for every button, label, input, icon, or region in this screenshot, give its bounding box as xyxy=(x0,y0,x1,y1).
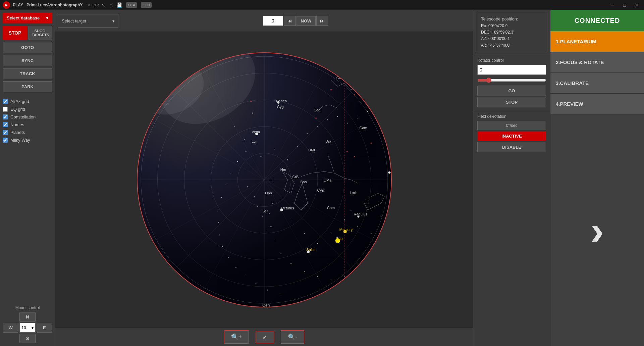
sync-button[interactable]: SYNC xyxy=(3,55,52,66)
svg-point-42 xyxy=(377,116,378,116)
svg-point-76 xyxy=(221,197,222,198)
east-button[interactable]: E xyxy=(37,323,52,333)
time-forward-button[interactable]: ⏭ xyxy=(316,16,328,26)
svg-point-60 xyxy=(364,290,365,290)
west-button[interactable]: W xyxy=(3,323,18,333)
svg-point-101 xyxy=(269,213,269,213)
svg-text:Mercury: Mercury xyxy=(339,228,353,232)
svg-point-44 xyxy=(390,136,391,137)
svg-point-30 xyxy=(244,139,245,140)
connected-badge: CONNECTED xyxy=(550,10,644,31)
now-button[interactable]: NOW xyxy=(297,16,316,26)
rotator-value-input[interactable] xyxy=(477,65,546,75)
zoom-out-button[interactable]: 🔍- xyxy=(281,330,304,344)
svg-point-88 xyxy=(357,226,358,227)
mount-grid: N W 10 ▾ E S xyxy=(3,312,52,343)
svg-point-37 xyxy=(327,119,328,120)
derotation-speed-input[interactable] xyxy=(477,121,546,130)
park-button[interactable]: PARK xyxy=(3,81,52,92)
altaz-grid-toggle[interactable]: AltAz grid xyxy=(3,99,52,104)
dec-value: DEC: +89°59'02.3' xyxy=(481,29,542,36)
svg-point-86 xyxy=(330,233,331,234)
svg-text:Ant: Ant xyxy=(387,289,391,294)
app-title: PrimaLuceAstrophotographY xyxy=(26,3,83,7)
maximize-button[interactable]: □ xyxy=(620,0,629,10)
svg-point-70 xyxy=(235,267,236,268)
svg-point-31 xyxy=(260,156,261,157)
svg-point-43 xyxy=(384,126,385,127)
cld-badge[interactable]: CLD xyxy=(141,2,152,8)
telescope-pos-values: Ra: 00°04'20.9' DEC: +89°59'02.3' AZ: 00… xyxy=(481,23,542,49)
sliders-icon[interactable]: ≡ xyxy=(110,2,112,8)
disable-button[interactable]: DISABLE xyxy=(477,142,546,152)
svg-text:Gyg: Gyg xyxy=(277,105,283,109)
svg-point-109 xyxy=(344,199,344,200)
save-icon[interactable]: 💾 xyxy=(116,2,122,8)
fit-screen-button[interactable]: ⤢ xyxy=(256,331,274,343)
app-logo: ▶ xyxy=(3,1,10,9)
svg-point-117 xyxy=(354,94,355,95)
time-value-input[interactable] xyxy=(263,16,283,26)
rotator-stop-button[interactable]: STOP xyxy=(477,97,546,107)
svg-point-67 xyxy=(267,289,268,290)
inactive-button[interactable]: INACTIVE xyxy=(477,131,546,141)
svg-text:Cam: Cam xyxy=(359,126,367,130)
constellation-toggle[interactable]: Constellation xyxy=(3,114,52,119)
main-area: Select database ▾ STOP SUGG. TARGETS GOT… xyxy=(0,10,644,346)
speed-selector[interactable]: 10 ▾ xyxy=(19,323,35,333)
north-button[interactable]: N xyxy=(19,312,35,322)
menu-item-preview[interactable]: 4.PREVIEW xyxy=(550,94,644,114)
speed-arrow-icon: ▾ xyxy=(32,326,34,330)
time-controls: ⏮ NOW ⏭ xyxy=(263,16,329,26)
south-button[interactable]: S xyxy=(19,334,35,343)
eq-grid-toggle[interactable]: EQ grid xyxy=(3,107,52,112)
svg-point-36 xyxy=(317,126,318,127)
goto-button[interactable]: GOTO xyxy=(3,42,52,53)
rotator-control-section: Rotator control GO STOP xyxy=(473,55,550,111)
svg-point-84 xyxy=(304,233,305,234)
select-database-button[interactable]: Select database ▾ xyxy=(3,13,52,23)
planets-toggle[interactable]: Planets xyxy=(3,130,52,135)
ota-badge[interactable]: OTA xyxy=(126,2,137,8)
svg-point-34 xyxy=(297,146,298,147)
track-button[interactable]: TRACK xyxy=(3,68,52,79)
svg-point-28 xyxy=(252,112,253,113)
svg-text:CrB: CrB xyxy=(292,175,299,179)
menu-item-focus-rotate[interactable]: 2.FOCUS & ROTATE xyxy=(550,52,644,73)
alt-value: Alt: +45°57'49.0' xyxy=(481,42,542,49)
zoom-in-button[interactable]: 🔍+ xyxy=(224,330,249,344)
left-panel: Select database ▾ STOP SUGG. TARGETS GOT… xyxy=(0,10,55,346)
svg-point-79 xyxy=(237,161,238,162)
cursor-icon[interactable]: ↖ xyxy=(102,2,106,8)
target-dropdown-arrow-icon: ▾ xyxy=(112,18,115,23)
svg-point-63 xyxy=(322,303,323,304)
minimize-button[interactable]: ─ xyxy=(608,0,617,10)
rotator-slider[interactable] xyxy=(477,78,546,83)
milky-way-toggle[interactable]: Milky Way xyxy=(3,138,52,143)
svg-text:Com: Com xyxy=(327,205,335,209)
names-toggle[interactable]: Names xyxy=(3,122,52,127)
svg-point-75 xyxy=(219,209,219,210)
menu-item-planetarium[interactable]: 1.PLANETARIUM xyxy=(550,31,644,52)
svg-point-73 xyxy=(219,234,220,235)
sky-map[interactable]: Cas Cep Gyg Per Cam Dra UMi Lyr Her Boo … xyxy=(137,52,392,307)
svg-point-32 xyxy=(274,149,274,150)
select-target-dropdown[interactable]: Select target ▾ xyxy=(58,14,118,28)
app-version: v 1.9.3 xyxy=(88,3,99,7)
svg-point-100 xyxy=(270,226,271,227)
svg-point-41 xyxy=(367,111,368,112)
svg-text:Pya: Pya xyxy=(376,270,383,274)
stop-button[interactable]: STOP xyxy=(3,26,27,40)
suggested-targets-button[interactable]: SUGG. TARGETS xyxy=(29,26,52,40)
svg-text:Deneb: Deneb xyxy=(276,99,286,103)
svg-point-98 xyxy=(280,253,281,253)
svg-point-99 xyxy=(274,240,274,240)
svg-point-77 xyxy=(225,184,226,185)
rotator-title: Rotator control xyxy=(477,58,546,63)
svg-point-119 xyxy=(354,156,355,157)
planetarium-view[interactable]: Cas Cep Gyg Per Cam Dra UMi Lyr Her Boo … xyxy=(55,32,473,328)
close-button[interactable]: ✕ xyxy=(632,0,641,10)
menu-item-calibrate[interactable]: 3.CALIBRATE xyxy=(550,73,644,94)
time-back-button[interactable]: ⏮ xyxy=(284,16,296,26)
rotator-go-button[interactable]: GO xyxy=(477,86,546,96)
